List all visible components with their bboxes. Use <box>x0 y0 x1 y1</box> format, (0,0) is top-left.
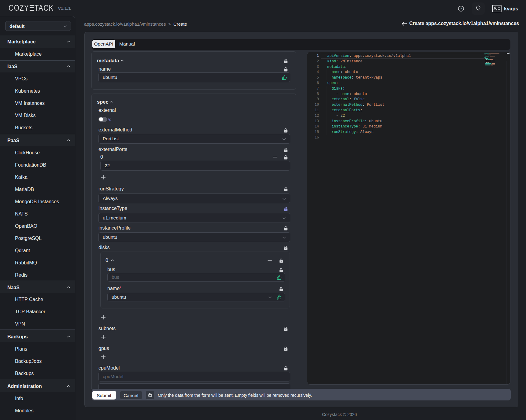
svg-text:?: ? <box>460 7 462 11</box>
